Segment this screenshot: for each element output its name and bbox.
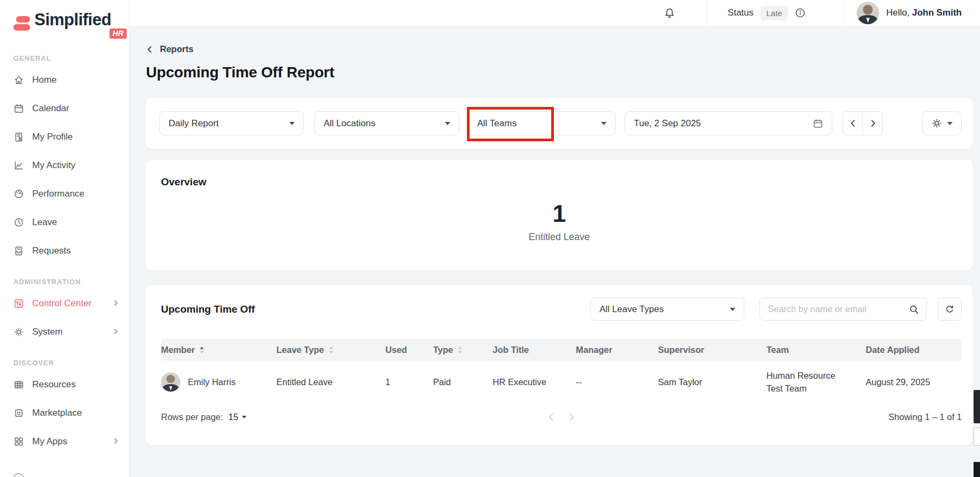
col-type: Type: [433, 345, 493, 355]
gear-icon: [931, 118, 942, 129]
document-tray-icon: [13, 245, 24, 256]
filter-bar: Daily Report All Locations All Teams Tue…: [146, 98, 972, 149]
sidebar-item-marketplace[interactable]: Marketplace: [0, 399, 129, 427]
location-select[interactable]: All Locations: [315, 111, 459, 135]
prev-day-button[interactable]: [843, 112, 863, 135]
gear-icon: [13, 327, 24, 337]
page-content: Reports Upcoming Time Off Report Daily R…: [129, 26, 980, 445]
sidebar-item-label: Performance: [32, 189, 84, 199]
sidebar-item-performance[interactable]: Performance: [0, 179, 129, 208]
brand-hr-badge: HR: [109, 28, 127, 39]
page-prev-icon[interactable]: [547, 413, 556, 422]
sidebar-item-requests[interactable]: Requests: [0, 236, 129, 265]
calendar-icon: [813, 118, 823, 129]
team-select[interactable]: All Teams: [468, 111, 616, 135]
sort-member-icon[interactable]: [200, 346, 204, 353]
breadcrumb[interactable]: Reports: [146, 44, 980, 54]
rows-per-page-select[interactable]: 15: [229, 412, 246, 422]
chevron-right-icon: [113, 436, 119, 447]
table-row[interactable]: Emily Harris Entitled Leave 1 Paid HR Ex…: [161, 360, 962, 403]
page-title: Upcoming Time Off Report: [146, 64, 980, 81]
sidebar-item-my-activity[interactable]: My Activity: [0, 151, 129, 179]
member-name: Emily Harris: [188, 377, 236, 387]
chevron-right-icon: [113, 327, 119, 337]
storefront-icon: [13, 408, 24, 418]
date-picker[interactable]: Tue, 2 Sep 2025: [625, 111, 832, 135]
report-type-select[interactable]: Daily Report: [159, 111, 304, 135]
edge-widget[interactable]: [974, 462, 980, 477]
member-cell: Emily Harris: [161, 372, 276, 392]
user-name: John Smith: [912, 8, 962, 18]
breadcrumb-label: Reports: [160, 44, 193, 54]
search-input[interactable]: [768, 304, 909, 314]
col-date-applied: Date Applied: [866, 345, 962, 355]
sidebar-item-label: Control Center: [32, 298, 92, 309]
leave-type-select[interactable]: All Leave Types: [590, 298, 744, 321]
status-label: Status: [728, 8, 754, 18]
sidebar-item-calendar[interactable]: Calendar: [0, 94, 129, 122]
overview-title: Overview: [161, 176, 957, 188]
page-next-icon[interactable]: [567, 413, 576, 422]
col-used: Used: [385, 345, 433, 355]
edge-widgets: [974, 0, 980, 477]
col-member: Member: [161, 345, 276, 355]
edge-widget[interactable]: [974, 390, 980, 423]
col-team: Team: [766, 345, 866, 355]
sidebar-item-partial-icon: [13, 473, 24, 477]
sidebar-item-label: Marketplace: [32, 408, 82, 418]
location-value: All Locations: [324, 118, 375, 129]
timeoff-card: Upcoming Time Off All Leave Types: [146, 285, 972, 445]
sidebar-item-my-apps[interactable]: My Apps: [0, 427, 129, 456]
report-settings-button[interactable]: [922, 111, 962, 135]
rows-per-page: Rows per page: 15: [161, 412, 246, 422]
sidebar-item-resources[interactable]: Resources: [0, 370, 129, 399]
user-avatar: [857, 2, 879, 24]
sidebar-item-leave[interactable]: Leave: [0, 208, 129, 236]
notifications-bell-icon[interactable]: [663, 7, 676, 19]
nav-section-general: GENERAL: [13, 54, 129, 62]
sidebar-item-system[interactable]: System: [0, 317, 129, 346]
sidebar-item-label: My Activity: [32, 160, 75, 171]
rows-per-page-label: Rows per page:: [161, 412, 223, 422]
topbar-divider: [707, 0, 707, 26]
leave-type-cell: Entitled Leave: [276, 377, 385, 387]
brand-logo[interactable]: Simplified HR: [13, 11, 129, 31]
main-area: Status Late Hello, John Smith Reports Up…: [129, 0, 980, 477]
nav-section-discover: DISCOVER: [13, 359, 129, 367]
sidebar-item-label: Calendar: [32, 103, 69, 114]
search-icon: [909, 304, 919, 315]
edge-widget[interactable]: [974, 428, 980, 446]
search-box: [759, 298, 927, 321]
status-info-icon[interactable]: [795, 8, 806, 18]
sliders-icon: [13, 298, 24, 309]
refresh-button[interactable]: [938, 298, 962, 321]
timeoff-controls: All Leave Types: [590, 298, 962, 321]
sort-leave-type-icon[interactable]: [329, 346, 333, 353]
sidebar-item-label: Home: [32, 75, 56, 85]
sidebar-item-home[interactable]: Home: [0, 66, 129, 94]
sidebar: Simplified HR GENERAL Home Calendar My P…: [0, 0, 129, 477]
overview-card: Overview 1 Entitled Leave: [146, 160, 972, 270]
sidebar-item-label: My Profile: [32, 132, 73, 142]
calendar-icon: [13, 103, 24, 114]
sidebar-item-label: System: [32, 327, 63, 337]
topbar-divider: [843, 0, 844, 26]
sidebar-nav: GENERAL Home Calendar My Profile My Acti…: [0, 54, 129, 456]
sidebar-item-my-profile[interactable]: My Profile: [0, 122, 129, 151]
sidebar-item-label: Resources: [32, 379, 76, 390]
date-pager: [843, 111, 883, 135]
next-day-button[interactable]: [863, 112, 882, 135]
sidebar-item-label: My Apps: [32, 436, 67, 447]
chevron-right-icon: [113, 298, 119, 309]
chevron-down-icon: [242, 416, 246, 418]
sidebar-item-control-center[interactable]: Control Center: [0, 289, 129, 317]
user-menu[interactable]: Hello, John Smith: [857, 2, 980, 24]
line-chart-icon: [13, 160, 24, 171]
team-value: All Teams: [477, 118, 516, 129]
timeoff-title: Upcoming Time Off: [161, 303, 255, 315]
home-icon: [13, 75, 24, 85]
date-applied-cell: August 29, 2025: [866, 377, 962, 387]
sort-type-icon[interactable]: [458, 346, 462, 353]
apps-grid-icon: [13, 436, 24, 447]
chevron-right-icon: [869, 119, 877, 127]
